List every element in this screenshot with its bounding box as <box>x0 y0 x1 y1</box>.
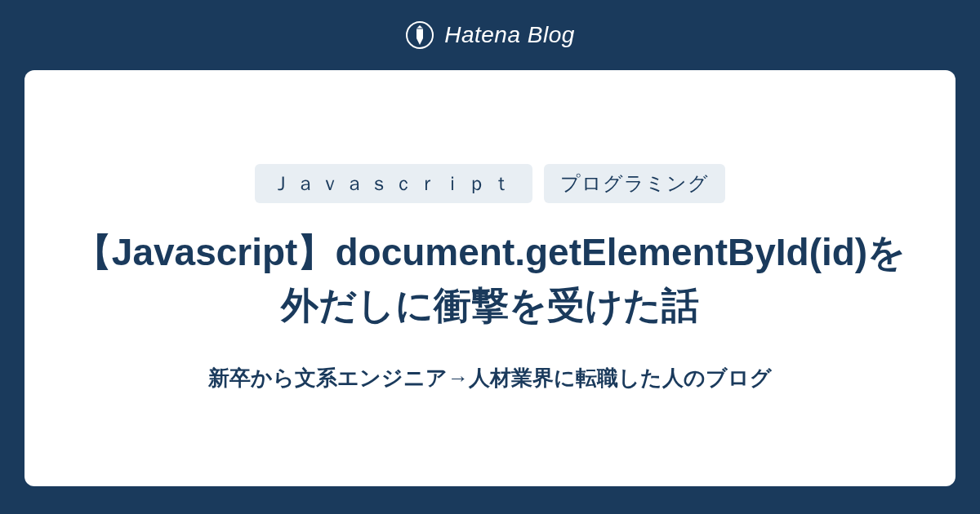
header: Hatena Blog <box>405 0 575 70</box>
tag-list: Ｊａｖａｓｃｒｉｐｔ プログラミング <box>255 164 725 203</box>
hatena-logo-icon <box>405 20 434 50</box>
article-card: Ｊａｖａｓｃｒｉｐｔ プログラミング 【Javascript】document.… <box>24 70 956 486</box>
logo-text: Hatena Blog <box>444 22 575 48</box>
tag: プログラミング <box>544 164 725 203</box>
tag: Ｊａｖａｓｃｒｉｐｔ <box>255 164 532 203</box>
article-title: 【Javascript】document.getElementById(id)を… <box>74 226 906 331</box>
blog-name: 新卒から文系エンジニア→人材業界に転職した人のブログ <box>208 364 772 392</box>
